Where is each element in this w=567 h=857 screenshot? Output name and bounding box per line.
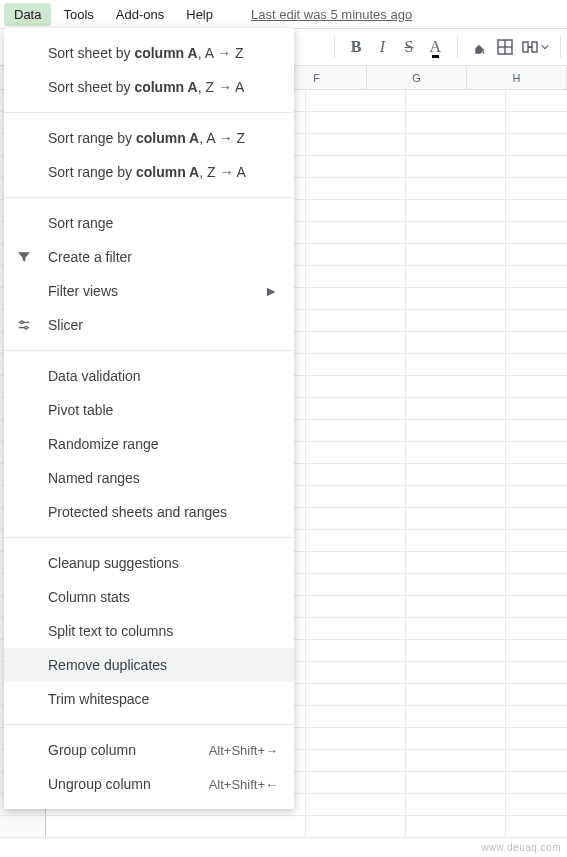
menu-data-validation[interactable]: Data validation (4, 359, 294, 393)
cell[interactable] (406, 530, 506, 552)
menu-randomize-range[interactable]: Randomize range (4, 427, 294, 461)
menu-sort-range-za[interactable]: Sort range by column A, Z → A (4, 155, 294, 189)
cell[interactable] (306, 706, 406, 728)
cell[interactable] (406, 90, 506, 112)
cell[interactable] (406, 684, 506, 706)
cell[interactable] (506, 398, 567, 420)
menu-group-column[interactable]: Group columnAlt+Shift+→ (4, 733, 294, 767)
menu-tools[interactable]: Tools (53, 3, 103, 26)
cell[interactable] (506, 508, 567, 530)
cell[interactable] (406, 398, 506, 420)
cell[interactable] (406, 706, 506, 728)
cell[interactable] (406, 332, 506, 354)
cell[interactable] (506, 750, 567, 772)
cell[interactable] (306, 310, 406, 332)
cell[interactable] (306, 354, 406, 376)
cell[interactable] (306, 200, 406, 222)
cell[interactable] (406, 640, 506, 662)
cell[interactable] (406, 376, 506, 398)
cell[interactable] (306, 112, 406, 134)
cell[interactable] (406, 596, 506, 618)
cell[interactable] (506, 354, 567, 376)
cell[interactable] (306, 266, 406, 288)
cell[interactable] (306, 772, 406, 794)
menu-protected-sheets[interactable]: Protected sheets and ranges (4, 495, 294, 529)
menu-column-stats[interactable]: Column stats (4, 580, 294, 614)
cell[interactable] (506, 618, 567, 640)
cell[interactable] (506, 200, 567, 222)
cell[interactable] (506, 442, 567, 464)
menu-sort-sheet-za[interactable]: Sort sheet by column A, Z → A (4, 70, 294, 104)
cell[interactable] (306, 464, 406, 486)
menu-sort-range-az[interactable]: Sort range by column A, A → Z (4, 121, 294, 155)
cell[interactable] (306, 640, 406, 662)
cell[interactable] (306, 508, 406, 530)
cell[interactable] (506, 222, 567, 244)
cell[interactable] (506, 244, 567, 266)
cell[interactable] (306, 574, 406, 596)
menu-addons[interactable]: Add-ons (106, 3, 174, 26)
text-color-button[interactable]: A (424, 32, 446, 62)
cell[interactable] (406, 464, 506, 486)
cell[interactable] (506, 552, 567, 574)
cell[interactable] (306, 728, 406, 750)
cell[interactable] (406, 266, 506, 288)
cell[interactable] (306, 376, 406, 398)
cell[interactable] (306, 816, 406, 838)
cell[interactable] (406, 816, 506, 838)
cell[interactable] (306, 530, 406, 552)
last-edit-link[interactable]: Last edit was 5 minutes ago (245, 3, 418, 26)
menu-create-filter[interactable]: Create a filter (4, 240, 294, 274)
cell[interactable] (506, 288, 567, 310)
cell[interactable] (506, 772, 567, 794)
cell[interactable] (406, 794, 506, 816)
cell[interactable] (306, 662, 406, 684)
cell[interactable] (506, 156, 567, 178)
menu-ungroup-column[interactable]: Ungroup columnAlt+Shift+← (4, 767, 294, 801)
column-header-h[interactable]: H (467, 66, 567, 89)
cell[interactable] (406, 750, 506, 772)
cell[interactable] (506, 90, 567, 112)
cell[interactable] (306, 552, 406, 574)
cell[interactable] (506, 706, 567, 728)
cell[interactable] (406, 354, 506, 376)
cell[interactable] (506, 794, 567, 816)
menu-sort-sheet-az[interactable]: Sort sheet by column A, A → Z (4, 36, 294, 70)
cell[interactable] (306, 596, 406, 618)
cell[interactable] (406, 662, 506, 684)
cell[interactable] (406, 728, 506, 750)
cell[interactable] (406, 420, 506, 442)
menu-remove-duplicates[interactable]: Remove duplicates (4, 648, 294, 682)
cell[interactable] (306, 332, 406, 354)
cell[interactable] (406, 772, 506, 794)
menu-data[interactable]: Data (4, 3, 51, 26)
cell[interactable] (406, 244, 506, 266)
cell[interactable] (306, 442, 406, 464)
cell[interactable] (406, 442, 506, 464)
cell[interactable] (406, 288, 506, 310)
cell[interactable] (406, 310, 506, 332)
cell[interactable] (306, 222, 406, 244)
cell[interactable] (406, 112, 506, 134)
menu-trim-whitespace[interactable]: Trim whitespace (4, 682, 294, 716)
strikethrough-button[interactable]: S (398, 32, 420, 62)
cell[interactable] (506, 332, 567, 354)
cell[interactable] (506, 728, 567, 750)
menu-pivot-table[interactable]: Pivot table (4, 393, 294, 427)
cell[interactable] (406, 618, 506, 640)
cell[interactable] (506, 310, 567, 332)
cell[interactable] (506, 112, 567, 134)
merge-cells-button[interactable] (520, 32, 550, 62)
cell[interactable] (506, 662, 567, 684)
borders-button[interactable] (494, 32, 516, 62)
cell[interactable] (306, 90, 406, 112)
cell[interactable] (306, 398, 406, 420)
cell[interactable] (506, 596, 567, 618)
cell[interactable] (506, 816, 567, 838)
cell[interactable] (406, 200, 506, 222)
cell[interactable] (406, 508, 506, 530)
cell[interactable] (506, 376, 567, 398)
menu-sort-range[interactable]: Sort range (4, 206, 294, 240)
fill-color-button[interactable] (467, 32, 489, 62)
cell[interactable] (46, 816, 306, 838)
